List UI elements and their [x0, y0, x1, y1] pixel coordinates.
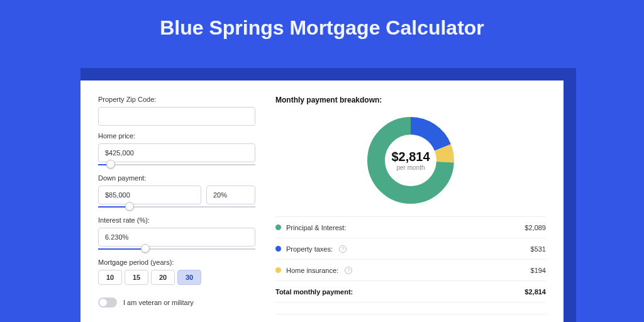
price-label: Home price: — [98, 132, 255, 140]
legend-value: $531 — [531, 245, 546, 253]
breakdown-title: Monthly payment breakdown: — [275, 96, 546, 104]
veteran-toggle[interactable] — [98, 297, 117, 308]
period-10[interactable]: 10 — [98, 270, 122, 285]
rate-slider[interactable] — [98, 246, 255, 252]
legend-row: Home insurance:?$194 — [275, 260, 546, 281]
price-slider[interactable] — [98, 162, 255, 168]
legend-dot-icon — [275, 267, 281, 273]
legend-row: Principal & Interest:$2,089 — [275, 217, 546, 238]
legend-label: Principal & Interest: — [286, 224, 346, 231]
period-group: 10152030 — [98, 270, 255, 285]
down-pct-input[interactable] — [206, 186, 255, 204]
donut-value: $2,814 — [391, 150, 430, 164]
legend-row: Property taxes:?$531 — [275, 238, 546, 260]
zip-input[interactable] — [98, 107, 255, 126]
period-30[interactable]: 30 — [177, 270, 201, 285]
period-15[interactable]: 15 — [125, 270, 148, 285]
period-label: Mortgage period (years): — [98, 258, 255, 266]
legend-total-row: Total monthly payment:$2,814 — [275, 281, 546, 303]
page-title: Blue Springs Mortgage Calculator — [0, 0, 644, 51]
zip-label: Property Zip Code: — [98, 96, 255, 103]
legend-label: Property taxes: — [286, 245, 333, 253]
calculator-card: Property Zip Code: Home price: Down paym… — [80, 80, 564, 322]
legend-label: Home insurance: — [286, 267, 338, 274]
legend-value: $194 — [531, 267, 546, 274]
legend-dot-icon — [275, 225, 281, 230]
veteran-label: I am veteran or military — [123, 299, 194, 306]
legend-value: $2,089 — [525, 224, 546, 231]
down-label: Down payment: — [98, 174, 255, 182]
rate-input[interactable] — [98, 228, 255, 247]
form-panel: Property Zip Code: Home price: Down paym… — [98, 96, 255, 322]
down-input[interactable] — [98, 186, 201, 204]
price-input[interactable] — [98, 143, 255, 162]
legend-dot-icon — [275, 246, 281, 252]
info-icon[interactable]: ? — [339, 245, 347, 253]
donut-sub: per month — [396, 164, 425, 171]
info-icon[interactable]: ? — [345, 267, 352, 274]
legend: Principal & Interest:$2,089Property taxe… — [275, 216, 546, 303]
rate-label: Interest rate (%): — [98, 216, 255, 224]
total-label: Total monthly payment: — [275, 288, 353, 296]
donut-chart: $2,814 per month — [364, 113, 458, 208]
breakdown-panel: Monthly payment breakdown: $2,814 per mo… — [275, 96, 546, 322]
down-slider[interactable] — [98, 204, 255, 210]
period-20[interactable]: 20 — [151, 270, 175, 285]
total-value: $2,814 — [525, 288, 546, 296]
amort-section: Amortization for mortgage loan Amortizat… — [275, 314, 546, 322]
